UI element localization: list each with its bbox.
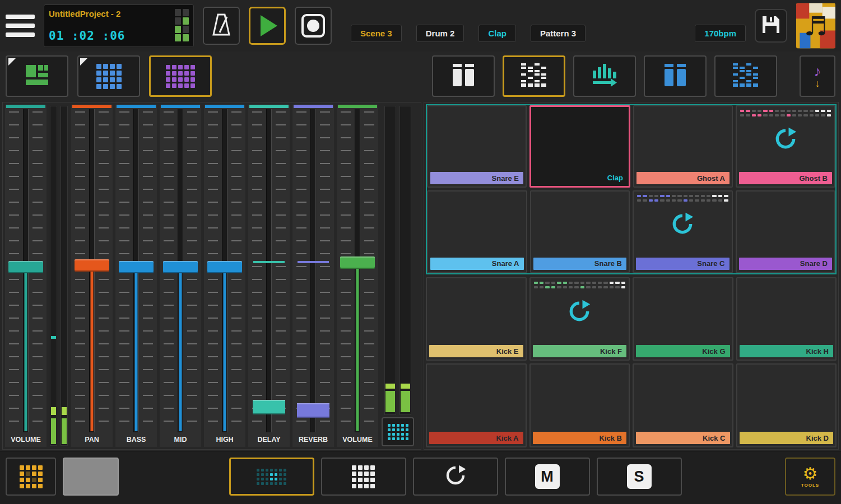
pad-grid-nav-button[interactable] [382,417,414,446]
fader-track[interactable] [292,109,334,432]
pad-kick-b[interactable]: Kick B [529,363,630,447]
fader-handle[interactable] [340,256,375,269]
mute-button[interactable]: M [505,458,590,496]
tools-button[interactable]: ⚙ TOOLS [785,458,835,496]
metronome-button[interactable] [203,7,240,45]
fader-handle[interactable] [119,261,154,273]
yellow-grid-icon [20,465,43,488]
fader-track[interactable] [160,109,201,432]
fader-track[interactable] [71,109,113,432]
mixer-channel-delay[interactable]: DELAY [248,105,290,447]
mini-level-meter [168,9,189,43]
pad-label: Snare A [492,259,519,268]
fader-track[interactable] [248,109,290,432]
loop-icon [773,127,798,153]
master-meter-column [381,105,415,447]
pattern-badge[interactable]: Pattern 3 [531,25,586,42]
pad-ghost-b[interactable]: Ghost B [736,105,835,188]
pad-kick-c[interactable]: Kick C [633,363,733,447]
play-button[interactable] [249,7,286,45]
mixer-channel-mid[interactable]: MID [160,105,201,447]
pattern-grid-active-button[interactable] [229,458,314,496]
view-pads-blue-button[interactable] [77,55,140,97]
pad-snare-e[interactable]: Snare E [427,105,527,188]
fader-center-marker [253,261,285,263]
mixer-channel-volume[interactable]: VOLUME [337,105,378,447]
mixer-channel-reverb[interactable]: REVERB [292,105,334,447]
fader-handle[interactable] [163,261,198,273]
mode-step-sequencer-blue-button[interactable] [714,55,777,97]
mode-step-sequencer-button[interactable] [503,55,565,97]
save-button[interactable] [755,9,787,43]
pads-grid: Snare EClapGhost AGhost BSnare ASnare BS… [424,102,839,450]
channel-label: DELAY [248,432,290,447]
pad-grid-button[interactable] [321,458,406,496]
fader-track[interactable] [5,109,47,432]
pad-label: Kick B [600,434,622,442]
pad-label-bar: Kick A [429,432,523,444]
fader-fill [356,268,359,431]
pad-kick-h[interactable]: Kick H [736,277,837,361]
pad-bank-overview-button[interactable] [6,458,56,496]
stop-button[interactable] [295,7,332,45]
midi-tools-button[interactable]: ♪ ↓ [800,55,835,97]
channel-label: PAN [71,432,113,447]
scene-badge[interactable]: Scene 3 [351,25,402,42]
pad-snare-c[interactable]: Snare C [633,190,733,273]
pad-label-bar: Ghost B [739,172,832,184]
app-logo[interactable]: ♬ [796,3,835,49]
mode-pads-button[interactable] [432,55,495,97]
pad-label-bar: Snare C [636,258,730,270]
mode-pads-blue-button[interactable] [644,55,707,97]
pad-clap[interactable]: Clap [529,105,630,188]
fader-handle[interactable] [8,261,43,273]
fader-track[interactable] [204,109,245,432]
view-scene-button[interactable] [6,55,68,97]
fader-track[interactable] [115,109,157,432]
project-display[interactable]: UntitledProject - 2 01 :02 :06 [44,4,194,47]
mixer-channel-high[interactable]: HIGH [204,105,245,447]
pad-kick-g[interactable]: Kick G [633,277,733,361]
pad-snare-b[interactable]: Snare B [530,190,630,273]
mixer-channel-bass[interactable]: BASS [115,105,157,447]
step-pattern-preview [534,282,626,288]
pads-icon [451,64,476,88]
solo-button[interactable]: S [597,458,682,496]
pad-kick-d[interactable]: Kick D [736,363,837,447]
pad-ghost-a[interactable]: Ghost A [633,105,733,188]
channel-color-cap [161,105,200,108]
drum-bank-badge[interactable]: Drum 2 [416,25,464,42]
pad-label-bar: Kick E [429,345,523,357]
pad-kick-f[interactable]: Kick F [529,277,630,361]
pad-kick-e[interactable]: Kick E [426,277,527,361]
blank-slot-button[interactable] [63,458,119,496]
pads-blue-icon [663,64,687,88]
pad-kick-a[interactable]: Kick A [426,363,527,447]
pad-row: Kick AKick BKick CKick D [426,363,837,447]
menu-icon[interactable] [6,15,35,37]
fader-handle[interactable] [297,403,329,418]
mute-label: M [535,464,560,489]
pad-row: Snare EClapGhost AGhost B [427,105,835,188]
fader-handle[interactable] [207,261,242,273]
view-pads-purple-button[interactable] [149,55,212,97]
pad-snare-d[interactable]: Snare D [736,190,836,273]
retrigger-button[interactable] [413,458,498,496]
project-name: UntitledProject - 2 [49,9,168,18]
pad-label: Kick G [702,347,725,356]
mixer-channel-pan[interactable]: PAN [71,105,113,447]
pad-label: Snare E [492,174,519,183]
mixer-channel-volume[interactable]: VOLUME [5,105,47,447]
mode-automation-button[interactable] [573,55,636,97]
pad-label: Snare C [697,259,724,268]
bpm-display[interactable]: 170bpm [695,25,746,42]
fader-handle[interactable] [75,259,109,272]
fader-handle[interactable] [253,400,285,414]
loop-icon [567,299,592,326]
loop-icon [670,212,695,239]
sound-badge[interactable]: Clap [478,25,516,42]
channel-color-cap [205,105,244,108]
pad-snare-a[interactable]: Snare A [427,190,527,273]
channel-label: BASS [115,432,157,447]
fader-track[interactable] [337,109,378,432]
